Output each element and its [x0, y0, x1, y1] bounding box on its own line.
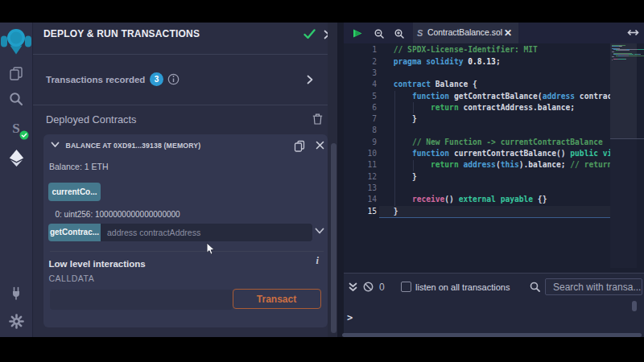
- code-line: 10 function currentContractBalance() pub…: [344, 148, 610, 159]
- terminal-search-icon: [530, 282, 540, 292]
- deploy-run-icon[interactable]: [0, 150, 32, 167]
- code-line: 4contract Balance {: [344, 79, 610, 90]
- contract-balance-label: Balance: 1 ETH: [49, 161, 109, 172]
- horizontal-scrollbar[interactable]: [342, 333, 642, 338]
- lowlevel-info-icon[interactable]: i: [316, 255, 323, 267]
- contract-address-input[interactable]: [101, 224, 312, 241]
- mouse-cursor: [206, 242, 216, 256]
- call-output-value: 0: uint256: 1000000000000000000: [56, 209, 180, 220]
- environment-ok-check-icon: [303, 29, 316, 39]
- clear-terminal-icon[interactable]: [363, 282, 374, 292]
- expand-editor-icon[interactable]: [627, 27, 639, 38]
- code-line: 9 // New Function -> currentContractBala…: [344, 137, 610, 148]
- minimap-slider-edge: [610, 138, 644, 139]
- transactions-chevron-right-icon[interactable]: [307, 75, 313, 84]
- listen-transactions-label: listen on all transactions: [415, 280, 510, 294]
- code-editor[interactable]: 1// SPDX-License-Identifier: MIT2pragma …: [344, 43, 644, 273]
- minimap-slider[interactable]: [610, 43, 637, 138]
- terminal-search-input[interactable]: [545, 278, 642, 295]
- expand-params-chevron-icon[interactable]: [315, 228, 324, 235]
- tab-contractbalance-sol[interactable]: S ContractBalance.sol ✕: [413, 23, 518, 43]
- editor-tab-bar: S ContractBalance.sol ✕: [344, 23, 644, 43]
- tab-label: ContractBalance.sol: [427, 23, 502, 43]
- code-line: 5 function getContractBalance(address co…: [344, 91, 610, 102]
- transact-button[interactable]: Transact: [233, 289, 321, 309]
- get-contract-balance-button[interactable]: getContrac...: [48, 224, 101, 241]
- code-line: 13: [344, 183, 610, 194]
- close-contract-icon[interactable]: [316, 141, 324, 150]
- transactions-count-badge: 3: [150, 72, 163, 86]
- low-level-interactions-heading: Low level interactions: [49, 257, 146, 271]
- code-line: 8: [344, 125, 610, 136]
- contract-instance-title[interactable]: BALANCE AT 0XD91...39138 (MEMORY): [66, 140, 201, 152]
- code-line: 1// SPDX-License-Identifier: MIT: [344, 44, 610, 56]
- deployed-contracts-heading: Deployed Contracts: [46, 112, 136, 128]
- code-line: 6 return contractAddress.balance;: [344, 102, 610, 113]
- code-line: 3: [344, 68, 610, 79]
- terminal-scrollbar-thumb[interactable]: [632, 301, 638, 311]
- remix-logo-icon[interactable]: [0, 29, 32, 56]
- divider: [50, 251, 324, 252]
- code-line: 12 }: [344, 171, 610, 183]
- plugin-manager-icon[interactable]: [0, 285, 32, 301]
- panel-editor-splitter[interactable]: [337, 23, 344, 337]
- panel-title: DEPLOY & RUN TRANSACTIONS: [43, 24, 309, 43]
- collapse-terminal-icon[interactable]: [349, 282, 357, 292]
- remix-ide-window: S: [0, 0, 644, 362]
- zoom-out-icon[interactable]: [374, 29, 384, 39]
- code-line: 7 }: [344, 113, 610, 125]
- divider: [33, 54, 337, 55]
- deploy-run-panel: DEPLOY & RUN TRANSACTIONS Transactions r…: [33, 23, 337, 337]
- current-contract-balance-button[interactable]: currentCo...: [48, 183, 101, 201]
- zoom-in-icon[interactable]: [394, 29, 404, 39]
- minimap-bar: [638, 49, 642, 50]
- settings-gear-icon[interactable]: [0, 313, 32, 330]
- divider: [33, 105, 337, 105]
- search-icon[interactable]: [0, 91, 32, 107]
- code-line: 11 return address(this).balance; // retu…: [344, 159, 610, 171]
- transactions-recorded-label: Transactions recorded: [46, 72, 145, 87]
- calldata-input[interactable]: [50, 290, 233, 310]
- trash-icon[interactable]: [312, 113, 323, 125]
- editor-column: S ContractBalance.sol ✕ 1// SPDX-License…: [344, 23, 644, 337]
- listen-transactions-checkbox[interactable]: [401, 282, 411, 292]
- deployed-contract-card: BALANCE AT 0XD91...39138 (MEMORY) Balanc…: [43, 134, 328, 327]
- terminal-count: 0: [379, 281, 385, 294]
- code-line: 2pragma solidity 0.8.13;: [344, 56, 610, 68]
- calldata-label: CALLDATA: [49, 273, 95, 284]
- code-line: 15}: [344, 206, 610, 217]
- terminal-prompt[interactable]: >: [347, 311, 353, 324]
- info-circle-icon[interactable]: [167, 73, 180, 85]
- tab-close-icon[interactable]: ✕: [504, 23, 512, 43]
- code-line: 14 receive() external payable {}: [344, 194, 610, 205]
- solidity-file-icon: S: [417, 23, 423, 43]
- copy-icon[interactable]: [294, 140, 305, 152]
- code-lines: 1// SPDX-License-Identifier: MIT2pragma …: [344, 43, 610, 273]
- file-explorer-icon[interactable]: [0, 65, 32, 81]
- panel-scrollbar-thumb[interactable]: [331, 143, 337, 333]
- terminal-panel: 0 listen on all transactions >: [344, 273, 644, 337]
- run-script-play-icon[interactable]: [353, 29, 363, 38]
- contract-collapse-chevron-icon[interactable]: [51, 142, 60, 148]
- compile-success-badge-icon: [19, 130, 29, 140]
